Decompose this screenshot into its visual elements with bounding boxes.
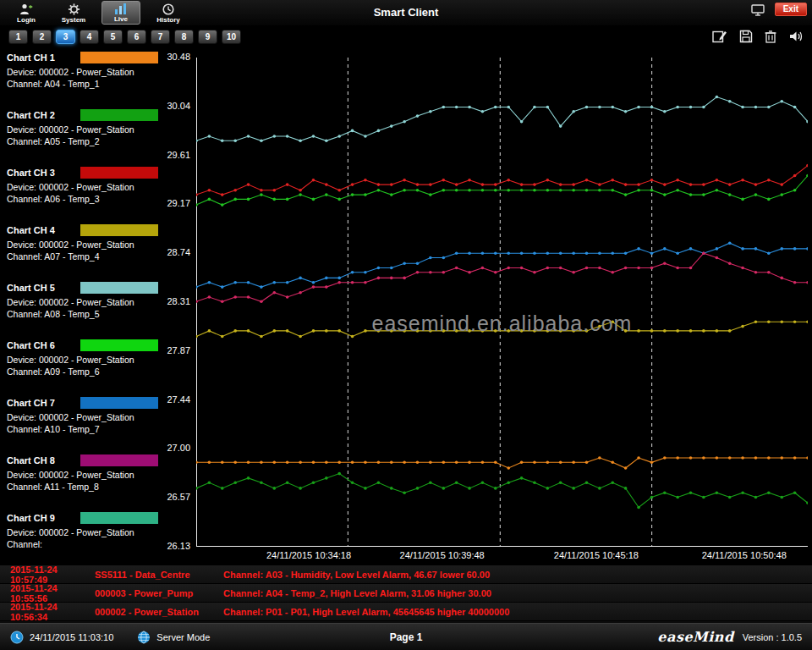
channel-name: Channel: A10 - Temp_7 [7,423,165,435]
channel-name: Channel: A07 - Temp_4 [7,251,165,262]
top-right-controls: Exit [751,9,812,16]
x-axis-labels: 24/11/2015 10:34:1824/11/2015 10:39:4824… [196,550,808,564]
series-A04-Temp-1 [196,456,808,470]
page-button-8[interactable]: 8 [174,30,194,44]
channel-device: Device: 000002 - Power_Station [7,411,165,423]
version-label: Version : 1.0.5 [743,632,802,642]
smart-client-window: Login System [0,0,812,650]
y-tick-label: 27.44 [167,394,190,405]
alarm-row-1[interactable]: 2015-11-24 10:57:49SS5111 - Data_CentreC… [0,565,812,584]
channel-name: Channel: A05 - Temp_2 [7,135,165,147]
status-right: easeMind Version : 1.0.5 [657,629,802,645]
channel-color-swatch [80,397,158,409]
page-buttons: 12345678910 [8,30,241,44]
speaker-icon [788,30,804,43]
page-button-2[interactable]: 2 [32,30,52,44]
channel-legend-4[interactable]: Chart CH 4Device: 000002 - Power_Station… [7,223,165,281]
channel-color-swatch [80,339,158,351]
display-icon[interactable] [751,4,765,16]
channel-title: Chart CH 4 [7,225,80,235]
nav-system[interactable]: System [54,1,93,25]
channel-legend-header: Chart CH 5 [7,281,165,295]
page-button-6[interactable]: 6 [127,30,146,44]
alarm-time: 2015-11-24 10:56:34 [0,602,95,622]
page-button-9[interactable]: 9 [198,30,217,44]
watermark: easemind.en.alibaba.com [196,311,808,336]
chart-plot [196,58,808,547]
channel-legend-header: Chart CH 2 [7,108,165,122]
x-tick-label: 24/11/2015 10:45:18 [554,550,639,560]
channel-legend-6[interactable]: Chart CH 6Device: 000002 - Power_Station… [7,339,165,396]
status-bar: 24/11/2015 11:03:10 Server Mode Page 1 e… [0,623,812,650]
channel-legend-1[interactable]: Chart CH 1Device: 000002 - Power_Station… [7,51,165,108]
channel-legend-8[interactable]: Chart CH 8Device: 000002 - Power_Station… [7,454,165,511]
channel-legend-header: Chart CH 1 [7,51,165,64]
grid-lines [348,58,651,547]
series-A08-Temp-5 [196,96,808,142]
alarm-device: SS5111 - Data_Centre [95,570,223,580]
channel-title: Chart CH 2 [7,110,80,120]
axes [196,58,808,547]
edit-chart-button[interactable] [712,30,727,43]
channel-legend-header: Chart CH 9 [7,511,165,525]
channel-legend-7[interactable]: Chart CH 7Device: 000002 - Power_Station… [7,396,165,454]
history-clock-icon [162,3,174,15]
nav-login[interactable]: Login [7,1,46,25]
exit-button[interactable]: Exit [775,3,807,16]
channel-list: Chart CH 1Device: 000002 - Power_Station… [0,47,165,565]
channel-legend-2[interactable]: Chart CH 2Device: 000002 - Power_Station… [7,108,165,166]
channel-color-swatch [80,224,158,236]
nav-live-label: Live [114,15,128,23]
y-tick-label: 28.31 [167,296,190,306]
alarm-row-3[interactable]: 2015-11-24 10:56:34000002 - Power_Statio… [0,603,812,621]
channel-title: Chart CH 5 [7,283,80,293]
nav-history[interactable]: History [149,1,188,25]
channel-color-swatch [80,167,158,179]
page-button-5[interactable]: 5 [103,30,123,44]
channel-legend-5[interactable]: Chart CH 5Device: 000002 - Power_Station… [7,281,165,339]
x-tick-label: 24/11/2015 10:39:48 [400,550,485,560]
main-nav: Login System [0,1,188,25]
save-icon [739,30,753,43]
alarm-message: Channel: A04 - Temp_2, High Level Alarm,… [223,588,812,598]
brand-logo: easeMind [657,629,733,645]
status-datetime: 24/11/2015 11:03:10 [30,632,113,642]
page-button-7[interactable]: 7 [151,30,170,44]
channel-color-swatch [80,454,158,466]
series-A05-Temp-2 [196,472,808,509]
save-button[interactable] [739,30,753,43]
x-tick-label: 24/11/2015 10:50:48 [702,550,787,560]
channel-legend-header: Chart CH 7 [7,396,165,410]
channel-legend-3[interactable]: Chart CH 3Device: 000002 - Power_Station… [7,166,165,223]
page-toolbar: 12345678910 [0,25,812,47]
channel-title: Chart CH 6 [7,340,80,350]
channel-title: Chart CH 3 [7,168,80,178]
channel-legend-header: Chart CH 6 [7,339,165,352]
page-button-3[interactable]: 3 [56,30,75,44]
delete-button[interactable] [765,30,776,43]
channel-name: Channel: A04 - Temp_1 [7,78,165,90]
x-tick-label: 24/11/2015 10:34:18 [266,550,351,560]
server-mode-label: Server Mode [156,632,210,642]
channel-color-swatch [80,109,158,121]
channel-device: Device: 000002 - Power_Station [7,469,165,481]
trash-icon [765,30,776,43]
y-tick-label: 29.61 [167,150,190,160]
page-button-10[interactable]: 10 [222,30,241,44]
channel-color-swatch [80,52,158,63]
audio-alarm-button[interactable] [788,30,804,43]
page-button-1[interactable]: 1 [8,30,28,44]
channel-title: Chart CH 8 [7,455,80,465]
channel-device: Device: 000002 - Power_Station [7,354,165,366]
nav-live[interactable]: Live [102,1,140,25]
channel-name: Channel: A06 - Temp_3 [7,193,165,205]
top-bar: Login System [0,0,812,25]
y-tick-label: 30.04 [167,101,190,111]
alarm-device: 000003 - Power_Pump [95,588,223,598]
clock-icon [10,631,24,644]
channel-name: Channel: A09 - Temp_6 [7,366,165,377]
channel-legend-9[interactable]: Chart CH 9Device: 000002 - Power_Station… [7,511,165,569]
page-button-4[interactable]: 4 [80,30,99,44]
alarm-row-2[interactable]: 2015-11-24 10:55:56000003 - Power_PumpCh… [0,584,812,603]
channel-color-swatch [80,512,158,524]
